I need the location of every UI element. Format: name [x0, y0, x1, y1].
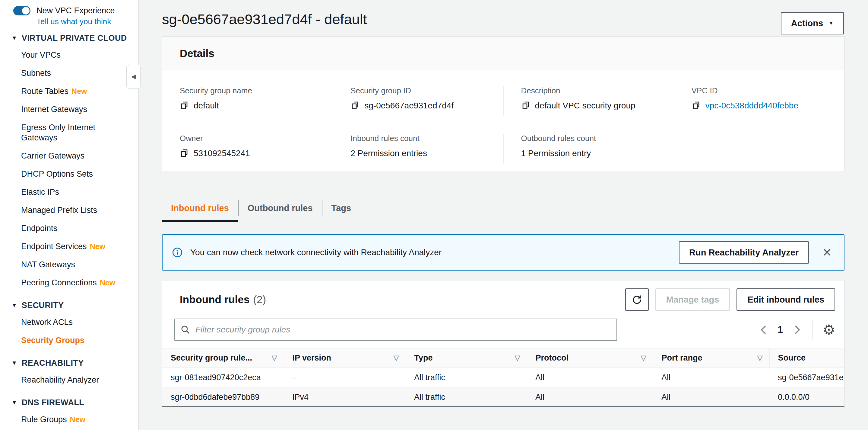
toggle-knob — [22, 7, 30, 15]
vpc-experience-box: New VPC Experience Tell us what you thin… — [0, 0, 138, 34]
section-arrow-icon: ▼ — [11, 302, 17, 311]
sidebar-collapse-button[interactable]: ◀ — [126, 64, 141, 89]
section-arrow-icon: ▼ — [11, 35, 17, 44]
current-page[interactable]: 1 — [778, 324, 783, 335]
column-header-source[interactable]: Source — [769, 348, 844, 368]
sidebar-item-route-tables[interactable]: Route TablesNew — [0, 82, 138, 100]
field-inbound-rules-count: Inbound rules count 2 Permission entries — [333, 134, 503, 164]
edit-inbound-rules-button[interactable]: Edit inbound rules — [737, 288, 835, 311]
copy-icon[interactable] — [691, 101, 701, 111]
details-card-header: Details — [162, 36, 844, 70]
cell-rule-id: sgr-081ead907420c2eca — [162, 368, 284, 388]
settings-gear-icon[interactable]: ⚙ — [823, 323, 835, 337]
new-vpc-experience-label: New VPC Experience — [36, 6, 115, 16]
tell-us-link[interactable]: Tell us what you think — [36, 17, 138, 26]
copy-icon[interactable] — [180, 149, 189, 158]
cell-protocol: All — [527, 368, 653, 388]
table-row: sgr-0dbd6dafebe97bb89 IPv4 All traffic A… — [162, 388, 844, 407]
sidebar-nav: ▼ VIRTUAL PRIVATE CLOUD Your VPCs Subnet… — [0, 34, 138, 430]
cell-rule-id: sgr-0dbd6dafebe97bb89 — [162, 388, 284, 407]
sort-icon[interactable]: ▽ — [272, 354, 277, 362]
tabs: Inbound rules Outbound rules Tags — [162, 195, 360, 221]
sidebar-item-peering-connections[interactable]: Peering ConnectionsNew — [0, 274, 138, 292]
tab-tags[interactable]: Tags — [322, 195, 361, 221]
sidebar-item-rule-groups[interactable]: Rule GroupsNew — [0, 410, 138, 429]
table-row: sgr-081ead907420c2eca – All traffic All … — [162, 368, 844, 388]
chevron-left-icon — [760, 324, 768, 336]
caret-down-icon: ▼ — [829, 20, 834, 26]
copy-icon[interactable] — [521, 101, 530, 111]
cell-source: 0.0.0.0/0 — [769, 388, 844, 407]
section-arrow-icon: ▼ — [11, 399, 17, 408]
column-header-type[interactable]: Type▽ — [406, 348, 527, 368]
section-arrow-icon: ▼ — [11, 360, 17, 368]
inbound-rules-title: Inbound rules — [180, 293, 249, 306]
cell-type: All traffic — [406, 388, 527, 407]
run-reachability-analyzer-button[interactable]: Run Reachability Analyzer — [679, 241, 809, 264]
actions-button[interactable]: Actions ▼ — [781, 12, 844, 34]
new-badge: New — [90, 242, 105, 251]
cell-source: sg-0e5667ae931ed — [769, 368, 844, 388]
filter-input[interactable] — [195, 325, 614, 335]
vpc-id-link[interactable]: vpc-0c538dddd440febbe — [706, 101, 798, 111]
page-title: sg-0e5667ae931ed7d4f - default — [162, 11, 367, 27]
field-owner: Owner 531092545241 — [162, 134, 333, 164]
previous-page-button[interactable] — [758, 324, 769, 336]
sidebar-section-security[interactable]: ▼ SECURITY — [0, 296, 138, 313]
info-icon — [172, 247, 183, 258]
cell-type: All traffic — [406, 368, 527, 388]
tab-outbound-rules[interactable]: Outbound rules — [239, 195, 322, 221]
sort-icon[interactable]: ▽ — [757, 354, 763, 362]
sidebar-section-dns-firewall[interactable]: ▼ DNS FIREWALL — [0, 394, 138, 410]
field-description: Description default VPC security group — [503, 86, 674, 116]
pagination: 1 ⚙ — [758, 320, 835, 339]
field-security-group-name: Security group name default — [162, 86, 333, 116]
sidebar-item-network-acls[interactable]: Network ACLs — [0, 313, 138, 331]
empty-cell — [674, 134, 844, 164]
cell-protocol: All — [527, 388, 653, 407]
field-security-group-id: Security group ID sg-0e5667ae931ed7d4f — [333, 86, 503, 116]
sidebar-item-reachability-analyzer[interactable]: Reachability Analyzer — [0, 371, 138, 389]
column-header-port-range[interactable]: Port range▽ — [653, 348, 769, 368]
sidebar-item-dhcp-options-sets[interactable]: DHCP Options Sets — [0, 165, 138, 183]
copy-icon[interactable] — [180, 101, 189, 111]
column-header-ip-version[interactable]: IP version▽ — [284, 348, 406, 368]
sidebar-item-egress-only-internet-gateways[interactable]: Egress Only Internet Gateways — [0, 118, 138, 147]
search-icon — [180, 325, 191, 335]
column-header-security-group-rule-id[interactable]: Security group rule...▽ — [162, 348, 284, 368]
sidebar-item-managed-prefix-lists[interactable]: Managed Prefix Lists — [0, 201, 138, 219]
manage-tags-button[interactable]: Manage tags — [655, 288, 730, 311]
copy-icon[interactable] — [350, 101, 360, 111]
field-outbound-rules-count: Outbound rules count 1 Permission entry — [503, 134, 674, 164]
chevron-right-icon — [793, 324, 801, 336]
sidebar-item-subnets[interactable]: Subnets — [0, 64, 138, 82]
chevron-left-icon: ◀ — [131, 73, 136, 80]
cell-port-range: All — [653, 388, 769, 407]
sidebar: New VPC Experience Tell us what you thin… — [0, 0, 139, 430]
cell-ip-version: – — [284, 368, 406, 388]
divider — [812, 320, 813, 339]
sidebar-item-security-groups[interactable]: Security Groups — [0, 331, 138, 349]
sidebar-item-nat-gateways[interactable]: NAT Gateways — [0, 255, 138, 274]
sidebar-item-carrier-gateways[interactable]: Carrier Gateways — [0, 147, 138, 165]
inbound-rules-table: Security group rule...▽ IP version▽ Type… — [162, 348, 844, 407]
close-icon[interactable]: ✕ — [822, 247, 832, 258]
new-vpc-experience-toggle[interactable] — [13, 6, 30, 16]
tab-inbound-rules[interactable]: Inbound rules — [162, 195, 238, 221]
refresh-button[interactable] — [625, 288, 649, 311]
sort-icon[interactable]: ▽ — [641, 354, 646, 362]
cell-ip-version: IPv4 — [284, 388, 406, 407]
sidebar-item-endpoints[interactable]: Endpoints — [0, 219, 138, 237]
next-page-button[interactable] — [792, 324, 803, 336]
refresh-icon — [631, 294, 642, 305]
sidebar-item-internet-gateways[interactable]: Internet Gateways — [0, 100, 138, 118]
new-badge: New — [71, 87, 87, 95]
sidebar-item-your-vpcs[interactable]: Your VPCs — [0, 46, 138, 64]
column-header-protocol[interactable]: Protocol▽ — [527, 348, 653, 368]
sort-icon[interactable]: ▽ — [394, 354, 399, 362]
sidebar-section-virtual-private-cloud[interactable]: ▼ VIRTUAL PRIVATE CLOUD — [0, 34, 138, 46]
sidebar-section-reachability[interactable]: ▼ REACHABILITY — [0, 354, 138, 371]
sidebar-item-endpoint-services[interactable]: Endpoint ServicesNew — [0, 237, 138, 255]
sidebar-item-elastic-ips[interactable]: Elastic IPs — [0, 183, 138, 201]
sort-icon[interactable]: ▽ — [515, 354, 520, 362]
